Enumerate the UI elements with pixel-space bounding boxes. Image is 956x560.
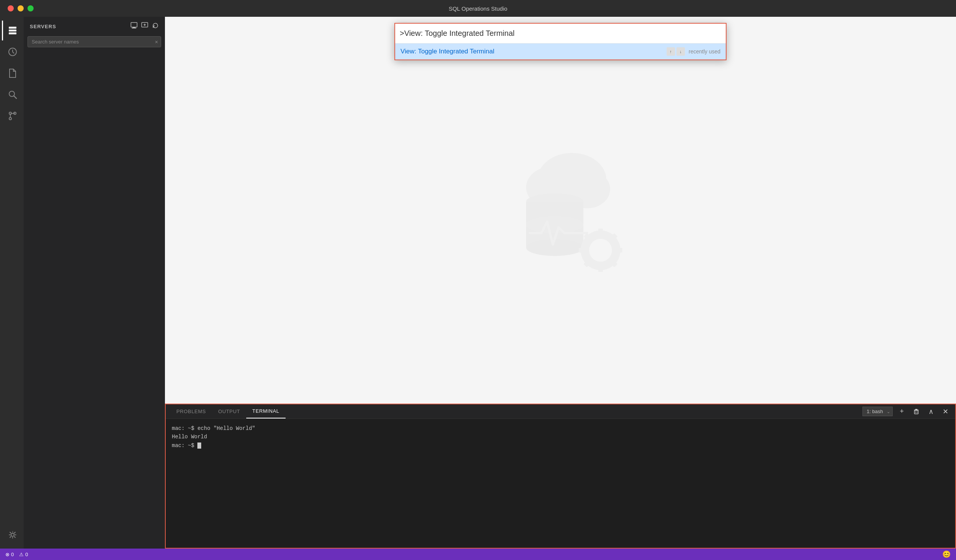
command-palette-result[interactable]: View: Toggle Integrated Terminal ↑ ↓ rec… [395, 43, 726, 60]
svg-point-8 [9, 117, 11, 120]
sidebar-item-files[interactable] [2, 63, 22, 83]
search-clear-icon[interactable]: × [155, 39, 158, 45]
command-palette-result-right: ↑ ↓ recently used [667, 47, 720, 56]
command-palette: View: Toggle Integrated Terminal ↑ ↓ rec… [394, 23, 727, 60]
svg-rect-2 [9, 32, 16, 34]
warning-status[interactable]: ⚠ 0 [19, 552, 28, 557]
warning-icon: ⚠ [19, 552, 24, 557]
terminal-tabs: PROBLEMS OUTPUT TERMINAL 1: bash ⌄ + [166, 404, 955, 419]
command-palette-input[interactable] [400, 24, 721, 43]
terminal-body[interactable]: mac: ~$ echo "Hello World" Hello World m… [166, 419, 955, 455]
nav-down-icon[interactable]: ↓ [677, 47, 685, 56]
svg-rect-36 [914, 410, 918, 414]
sidebar: SERVERS [24, 17, 165, 549]
traffic-lights [8, 5, 34, 11]
window-title: SQL Operations Studio [449, 5, 507, 12]
svg-rect-32 [579, 248, 586, 253]
server-search: × [27, 36, 161, 47]
terminal-select-wrapper: 1: bash ⌄ [862, 407, 893, 416]
error-status[interactable]: ⊗ 0 [5, 552, 14, 557]
terminal-cursor [197, 443, 201, 449]
sidebar-item-git[interactable] [2, 106, 22, 126]
add-terminal-btn[interactable]: + [896, 406, 907, 417]
command-palette-input-wrapper [395, 24, 726, 43]
terminal-line-2: Hello World [172, 433, 949, 441]
terminal-line-1: mac: ~$ echo "Hello World" [172, 424, 949, 433]
maximize-button[interactable] [27, 5, 34, 11]
warning-count: 0 [25, 552, 28, 557]
titlebar: SQL Operations Studio [0, 0, 956, 17]
sidebar-header: SERVERS [24, 17, 165, 36]
svg-rect-28 [615, 248, 622, 253]
error-count: 0 [11, 552, 14, 557]
svg-rect-1 [9, 30, 16, 32]
svg-line-5 [14, 96, 16, 99]
sidebar-header-actions [131, 22, 159, 31]
minimize-button[interactable] [18, 5, 24, 11]
svg-rect-26 [598, 229, 603, 235]
delete-terminal-btn[interactable] [911, 406, 922, 417]
search-input[interactable] [27, 36, 161, 47]
status-bar: ⊗ 0 ⚠ 0 😊 [0, 549, 956, 560]
maximize-terminal-btn[interactable]: ∧ [925, 406, 936, 417]
activity-bar [0, 17, 24, 549]
svg-rect-12 [132, 27, 136, 28]
settings-icon[interactable] [2, 525, 22, 545]
close-terminal-btn[interactable]: ✕ [940, 406, 951, 417]
main-layout: SERVERS [0, 17, 956, 549]
add-server-icon[interactable] [141, 22, 148, 31]
svg-point-25 [589, 239, 612, 262]
tab-problems[interactable]: PROBLEMS [170, 405, 212, 418]
app-logo [496, 145, 625, 275]
smiley-icon[interactable]: 😊 [942, 550, 951, 558]
svg-rect-0 [9, 27, 16, 29]
svg-rect-30 [598, 265, 603, 272]
tab-terminal[interactable]: TERMINAL [246, 404, 286, 418]
terminal-instance-select[interactable]: 1: bash [862, 407, 893, 416]
refresh-icon[interactable] [152, 22, 159, 31]
svg-rect-11 [131, 23, 137, 27]
command-palette-nav: ↑ ↓ [667, 47, 685, 56]
svg-point-10 [11, 533, 14, 536]
svg-point-23 [526, 216, 583, 233]
command-palette-result-text: View: Toggle Integrated Terminal [400, 48, 494, 55]
result-tag: recently used [689, 48, 720, 55]
tab-output[interactable]: OUTPUT [212, 405, 246, 418]
status-bar-left: ⊗ 0 ⚠ 0 [5, 552, 28, 557]
content-area: View: Toggle Integrated Terminal ↑ ↓ rec… [165, 17, 956, 549]
sidebar-item-history[interactable] [2, 42, 22, 62]
terminal-controls: 1: bash ⌄ + ∧ [862, 406, 951, 417]
status-bar-right: 😊 [942, 550, 951, 558]
editor-area [165, 17, 956, 404]
new-connection-icon[interactable] [131, 22, 137, 31]
sidebar-title: SERVERS [30, 24, 56, 29]
sidebar-item-search[interactable] [2, 85, 22, 105]
error-icon: ⊗ [5, 552, 10, 557]
svg-rect-13 [132, 28, 136, 29]
close-button[interactable] [8, 5, 14, 11]
terminal-panel: PROBLEMS OUTPUT TERMINAL 1: bash ⌄ + [165, 404, 956, 549]
svg-rect-34 [915, 409, 917, 410]
nav-up-icon[interactable]: ↑ [667, 47, 675, 56]
terminal-line-3: mac: ~$ [172, 441, 949, 450]
sidebar-item-servers[interactable] [2, 21, 22, 40]
